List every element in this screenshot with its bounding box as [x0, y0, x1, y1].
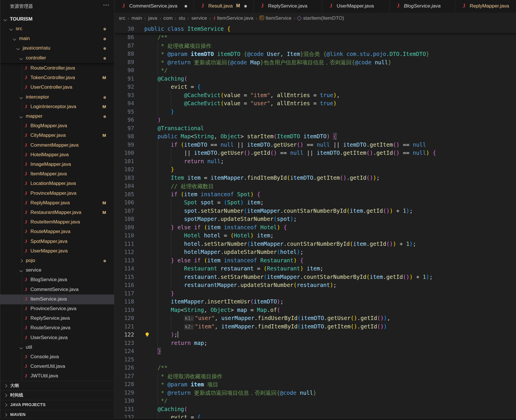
line-number[interactable]: 114 — [115, 265, 134, 272]
tree-item-blogmapper-java[interactable]: JBlogMapper.java — [0, 121, 114, 131]
tree-item-tokencontroller-java[interactable]: JTokenController.javaM — [0, 73, 114, 83]
chevron-down-icon[interactable] — [19, 346, 23, 349]
code-line-96[interactable]: 96 ) — [115, 116, 516, 124]
tree-item-restaurantmapper-java[interactable]: JRestaurantMapper.javaM — [0, 208, 114, 218]
line-number[interactable]: 113 — [115, 257, 134, 263]
tree-item-itemservice-java[interactable]: JItemService.java — [0, 294, 114, 304]
code-line-131[interactable]: 131 @Caching( — [115, 405, 516, 413]
line-number[interactable]: 95 — [115, 108, 134, 115]
code-line-103[interactable]: 103 Item item = itemMapper.findItemById(… — [115, 174, 516, 182]
line-number[interactable]: 131 — [115, 406, 134, 412]
breadcrumb-item-method[interactable]: starItem(ItemDTO) — [303, 15, 344, 21]
code-line-120[interactable]: 120 k1:"user", userMapper.findUserById(i… — [115, 314, 516, 322]
tree-item-provincemapper-java[interactable]: JProvinceMapper.java — [0, 189, 114, 199]
chevron-down-icon[interactable] — [19, 96, 23, 99]
code-line-126[interactable]: 126 /** — [115, 363, 516, 372]
line-number[interactable]: 30 — [115, 26, 134, 32]
breadcrumb-item-stu[interactable]: stu — [179, 15, 185, 21]
sticky-scroll-line[interactable]: 30public class ItemService { — [115, 25, 516, 33]
tree-item-src[interactable]: src — [0, 24, 114, 34]
tree-item-routeservice-java[interactable]: JRouteService.java — [0, 323, 114, 333]
code-line-130[interactable]: 130 */ — [115, 397, 516, 405]
line-number[interactable]: 108 — [115, 216, 134, 222]
code-line-88[interactable]: 88 * @param itemDTO itemDTO {@code User,… — [115, 50, 516, 58]
tree-item-java-com-stu[interactable]: java\com\stu — [0, 43, 114, 53]
chevron-down-icon[interactable] — [13, 37, 16, 40]
breadcrumb-item-file[interactable]: ItemService.java — [217, 15, 254, 21]
breadcrumb-item-class[interactable]: ItemService — [266, 15, 292, 21]
tree-item-console-java[interactable]: JConsole.java — [0, 352, 114, 362]
line-number[interactable]: 93 — [115, 92, 134, 98]
tree-item-service[interactable]: service — [0, 266, 114, 275]
line-number[interactable]: 102 — [115, 166, 134, 172]
code-line-94[interactable]: 94 @CacheEvict(value = "user", allEntrie… — [115, 99, 516, 108]
code-line-117[interactable]: 117 } — [115, 289, 516, 298]
line-number[interactable]: 130 — [115, 397, 134, 404]
tree-item-routemapper-java[interactable]: JRouteMapper.java — [0, 227, 114, 237]
tab-replymapper-java[interactable]: JReplyMapper.java — [455, 0, 516, 12]
line-number[interactable]: 100 — [115, 150, 134, 156]
line-number[interactable]: 105 — [115, 191, 134, 197]
line-number[interactable]: 120 — [115, 315, 134, 321]
tree-item-controller[interactable]: controller — [0, 53, 114, 63]
code-line-90[interactable]: 90 */ — [115, 66, 516, 74]
code-line-116[interactable]: 116 restaurantMapper.updateStarNumber(re… — [115, 281, 516, 289]
code-editor[interactable]: 30public class ItemService { 86 /**87 * … — [115, 25, 516, 420]
code-line-119[interactable]: 119 Map<String, Object> map = Map.of( — [115, 306, 516, 314]
code-line-109[interactable]: 109 } else if (item instanceof Hotel) { — [115, 223, 516, 232]
line-number[interactable]: 118 — [115, 298, 134, 305]
tree-item-logininterceptor-java[interactable]: JLoginInterceptor.javaM — [0, 102, 114, 112]
tree-item-usermapper-java[interactable]: JUserMapper.java — [0, 246, 114, 256]
tab-usermapper-java[interactable]: JUserMapper.java — [322, 0, 389, 12]
line-number[interactable]: 109 — [115, 224, 134, 230]
code-line-91[interactable]: 91 @Caching( — [115, 74, 516, 83]
code-line-127[interactable]: 127 * 处理取消收藏项目操作 — [115, 372, 516, 380]
chevron-right-icon[interactable] — [4, 394, 7, 397]
chevron-down-icon[interactable] — [9, 28, 12, 31]
line-number[interactable]: 117 — [115, 290, 134, 297]
tree-item-locationmapper-java[interactable]: JLocationMapper.java — [0, 179, 114, 189]
sidebar-section-java-projects[interactable]: JAVA PROJECTS — [0, 400, 114, 410]
tree-item-convertutil-java[interactable]: JConvertUtil.java — [0, 362, 114, 372]
tree-item-userservice-java[interactable]: JUserService.java — [0, 333, 114, 343]
code-line-108[interactable]: 108 spotMapper.updateStarNumber(spot); — [115, 215, 516, 223]
code-line-86[interactable]: 86 /** — [115, 33, 516, 41]
code-line-115[interactable]: 115 restaurant.setStarNumber(itemMapper.… — [115, 273, 516, 281]
line-number[interactable]: 103 — [115, 174, 134, 181]
tree-item-provinceservice-java[interactable]: JProvinceService.java — [0, 304, 114, 314]
line-number[interactable]: 86 — [115, 34, 134, 40]
modified-dot-icon[interactable] — [244, 5, 247, 8]
tree-item-blogservice-java[interactable]: JBlogService.java — [0, 275, 114, 285]
line-number[interactable]: 89 — [115, 59, 134, 65]
code-line-123[interactable]: 123 return map; — [115, 339, 516, 347]
tree-item-replyservice-java[interactable]: JReplyService.java — [0, 314, 114, 323]
chevron-down-icon[interactable] — [16, 47, 19, 50]
tab-replyservice-java[interactable]: JReplyService.java — [254, 0, 322, 12]
line-number[interactable]: 112 — [115, 249, 134, 255]
line-number[interactable]: 127 — [115, 373, 134, 379]
line-number[interactable]: 91 — [115, 75, 134, 82]
code-line-92[interactable]: 92 evict = { — [115, 83, 516, 91]
code-line-111[interactable]: 111 hotel.setStarNumber(itemMapper.count… — [115, 240, 516, 248]
tree-item-jwtutil-java[interactable]: JJWTUtil.java — [0, 371, 114, 381]
code-line-112[interactable]: 112 hotelMapper.updateStarNumber(hotel); — [115, 248, 516, 256]
code-line-98[interactable]: 98 public Map<String, Object> starItem(I… — [115, 132, 516, 141]
code-line-121[interactable]: 121 k2:"item", itemMapper.findItemById(i… — [115, 322, 516, 331]
code-line-122[interactable]: 122 ); — [115, 330, 516, 339]
code-line-114[interactable]: 114 Restaurant restaurant = (Restaurant)… — [115, 264, 516, 273]
chevron-down-icon[interactable] — [19, 269, 23, 272]
line-number[interactable]: 116 — [115, 282, 134, 288]
modified-dot-icon[interactable] — [185, 5, 187, 8]
code-area[interactable]: 86 /**87 * 处理收藏项目操作88 * @param itemDTO i… — [115, 33, 516, 420]
breadcrumb-item-java[interactable]: java — [148, 15, 157, 21]
code-line-101[interactable]: 101 return null; — [115, 157, 516, 166]
chevron-down-icon[interactable] — [19, 57, 23, 60]
line-number[interactable]: 111 — [115, 241, 134, 247]
chevron-down-icon[interactable] — [19, 115, 23, 118]
line-number[interactable]: 87 — [115, 42, 134, 49]
code-line-124[interactable]: 124 } — [115, 347, 516, 355]
line-number[interactable]: 99 — [115, 141, 134, 148]
line-number[interactable]: 126 — [115, 364, 134, 371]
code-line-113[interactable]: 113 } else if (item instanceof Restauran… — [115, 256, 516, 265]
tree-item-routeitemmapper-java[interactable]: JRouteItemMapper.java — [0, 217, 114, 227]
